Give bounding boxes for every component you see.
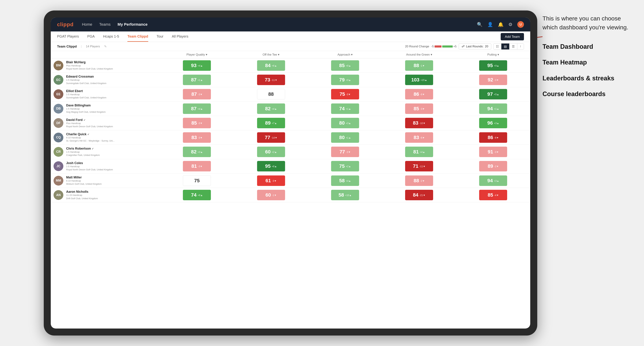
player-name-1[interactable]: Edward Crossman	[66, 75, 106, 78]
metric-value: 97	[487, 91, 493, 97]
metric-box-tee-8: 61 -3▼	[257, 175, 285, 186]
metric-change: +4▲	[198, 64, 203, 67]
annotation-list: Team Dashboard Team Heatmap Leaderboards…	[542, 42, 634, 99]
metric-value: 75	[194, 178, 200, 183]
metric-box-quality-7: 81 -3▼	[183, 161, 211, 172]
metric-change: -3▼	[346, 93, 350, 96]
metric-value: 91	[488, 149, 493, 155]
subnav-hcaps[interactable]: Hcaps 1-5	[103, 31, 119, 42]
col-approach[interactable]: Approach ▾	[308, 51, 382, 58]
metric-value: 87	[191, 106, 196, 112]
settings-icon[interactable]: ⚙	[508, 22, 512, 27]
metric-box-green-9: 84 -21▼	[405, 190, 433, 200]
metric-box-putting-3: 94 +1▲	[479, 103, 507, 114]
metric-cell-approach-5: 80 +1▲	[308, 130, 382, 145]
player-name-3[interactable]: Dave Billingham	[66, 104, 106, 107]
table-row[interactable]: EE Elliot Ebert 1-5 Handicap Sunningdale…	[51, 87, 530, 101]
table-row[interactable]: DB Dave Billingham 1-5 Handicap Gog Mago…	[51, 102, 530, 116]
metric-cell-quality-0: 93 +4▲	[160, 58, 234, 73]
player-name-6[interactable]: Chris Robertson ✓	[66, 147, 100, 151]
table-row[interactable]: EC Edward Crossman 1-5 Handicap Sunningd…	[51, 73, 530, 87]
metric-cell-approach-6: 77 -3▼	[308, 145, 382, 159]
player-info-3: Dave Billingham 1-5 Handicap Gog Magog G…	[66, 104, 106, 114]
player-avatar-8: MM	[54, 176, 63, 185]
metric-box-tee-3: 82 +4▲	[257, 103, 285, 114]
metric-box-approach-4: 80 +3▲	[331, 118, 359, 128]
table-row[interactable]: CQ Charlie Quick ✓ 6-10 Handicap St. Geo…	[51, 130, 530, 145]
view-grid-button[interactable]: ☷	[494, 43, 501, 49]
player-handicap-7: 1-5 Handicap	[66, 165, 113, 168]
metric-value: 83	[414, 135, 419, 140]
col-quality[interactable]: Player Quality ▾	[160, 51, 234, 58]
metric-box-putting-6: 91 -3▼	[479, 147, 507, 157]
metric-box-tee-1: 73 -11▼	[257, 75, 285, 85]
metric-value: 71	[413, 163, 418, 169]
metric-box-approach-9: 58 +10▲	[331, 190, 359, 200]
table-row[interactable]: CR Chris Robertson ✓ 1-5 Handicap Craigm…	[51, 145, 530, 159]
view-heatmap-button[interactable]: ▤	[501, 43, 510, 49]
table-row[interactable]: JC Josh Coles 1-5 Handicap Royal North D…	[51, 159, 530, 173]
player-name-8[interactable]: Matt Miller	[66, 176, 102, 179]
last-rounds-button[interactable]: ☍ Last Rounds: 20	[459, 43, 491, 49]
sub-nav-links: PGAT Players PGA Hcaps 1-5 Team Clippd T…	[57, 31, 501, 42]
metric-cell-tee-0: 84 +6▲	[234, 58, 308, 73]
bell-icon[interactable]: 🔔	[498, 22, 504, 27]
subnav-pgat[interactable]: PGAT Players	[57, 31, 79, 42]
metric-box-approach-7: 75 +2▲	[331, 161, 359, 172]
metric-value: 58	[339, 178, 344, 183]
last-rounds-icon: ☍	[462, 44, 464, 48]
person-icon[interactable]: 👤	[487, 22, 493, 27]
metric-cell-green-1: 103 +15▲	[382, 73, 456, 87]
player-avatar-5: CQ	[54, 133, 63, 142]
nav-link-home[interactable]: Home	[82, 22, 92, 27]
metric-change: -8▼	[494, 136, 499, 139]
player-name-0[interactable]: Blair McHarg	[66, 60, 113, 64]
top-nav: clippd Home Teams My Performance 🔍 👤 🔔 ⚙…	[51, 17, 530, 31]
nav-link-myperformance[interactable]: My Performance	[118, 22, 148, 27]
metric-cell-approach-2: 75 -3▼	[308, 87, 382, 101]
metric-cell-tee-6: 60 +2▲	[234, 145, 308, 159]
metric-cell-putting-0: 95 +9▲	[456, 58, 530, 73]
col-putting[interactable]: Putting ▾	[456, 51, 530, 58]
subnav-pga[interactable]: PGA	[87, 31, 95, 42]
metric-box-green-1: 103 +15▲	[405, 75, 433, 85]
metric-change: +1▲	[198, 79, 203, 81]
col-tee[interactable]: Off the Tee ▾	[234, 51, 308, 58]
subnav-allplayers[interactable]: All Players	[172, 31, 188, 42]
metric-value: 88	[268, 91, 274, 97]
table-row[interactable]: MM Matt Miller 6-10 Handicap Woburn Golf…	[51, 173, 530, 188]
player-name-9[interactable]: Aaron Nicholls	[66, 190, 98, 194]
view-list-button[interactable]: ☰	[510, 43, 517, 49]
table-row[interactable]: BM Blair McHarg Plus Handicap Royal Nort…	[51, 58, 530, 73]
player-name-4[interactable]: David Ford ✓	[66, 118, 113, 122]
metric-cell-tee-1: 73 -11▼	[234, 73, 308, 87]
user-avatar[interactable]: U	[517, 21, 524, 28]
metric-change: +4▲	[346, 179, 351, 182]
player-name-5[interactable]: Charlie Quick ✓	[66, 133, 114, 136]
table-row[interactable]: AN Aaron Nicholls 11-15 Handicap Drift G…	[51, 188, 530, 202]
metric-box-quality-3: 87 +4▲	[183, 103, 211, 114]
search-icon[interactable]: 🔍	[477, 22, 482, 27]
annotation-item-4: Course leaderboards	[542, 90, 634, 98]
col-green[interactable]: Around the Green ▾	[382, 51, 456, 58]
subnav-teamclippd[interactable]: Team Clippd	[128, 31, 148, 42]
view-export-button[interactable]: ↑	[517, 43, 524, 49]
metric-change: -6▼	[420, 93, 425, 96]
add-team-button[interactable]: Add Team	[501, 33, 524, 40]
edit-icon[interactable]: ✎	[104, 44, 107, 48]
player-name-7[interactable]: Josh Coles	[66, 161, 113, 165]
metric-value: 80	[339, 135, 344, 140]
subnav-tour[interactable]: Tour	[156, 31, 164, 42]
player-club-8: Woburn Golf Club, United Kingdom	[66, 182, 102, 185]
nav-links: Home Teams My Performance	[82, 22, 477, 27]
metric-value: 94	[487, 106, 493, 112]
metric-cell-quality-1: 87 +1▲	[160, 73, 234, 87]
metric-change: +3▲	[494, 122, 499, 125]
metric-cell-quality-7: 81 -3▼	[160, 159, 234, 173]
nav-link-teams[interactable]: Teams	[99, 22, 110, 27]
metric-value: 79	[339, 77, 344, 83]
players-table: Player Quality ▾ Off the Tee ▾ Approach …	[51, 51, 530, 202]
player-name-2[interactable]: Elliot Ebert	[66, 89, 106, 93]
table-row[interactable]: DF David Ford ✓ Plus Handicap Royal Nort…	[51, 116, 530, 130]
player-cell: JC Josh Coles 1-5 Handicap Royal North D…	[51, 159, 160, 173]
